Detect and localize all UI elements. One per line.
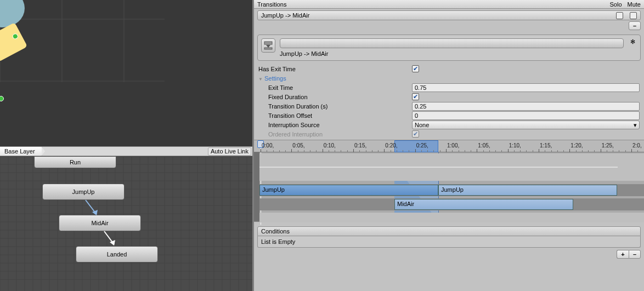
scene-preview[interactable]: [0, 0, 252, 146]
ordered-interruption-label: Ordered Interruption: [258, 131, 412, 138]
mute-checkbox[interactable]: [630, 12, 637, 19]
conditions-empty-label: List is Empty: [261, 238, 295, 245]
state-graph[interactable]: Run JumpUp MidAir Landed: [0, 156, 252, 291]
inspector-panel: Transitions Solo Mute JumpUp -> MidAir –…: [252, 0, 644, 291]
gear-icon[interactable]: ✻: [628, 38, 637, 45]
mute-label: Mute: [628, 1, 641, 8]
conditions-header: Conditions: [257, 226, 641, 236]
transition-offset-label: Transition Offset: [258, 112, 412, 119]
svg-rect-61: [264, 48, 272, 49]
transition-duration-field[interactable]: 0.25: [412, 102, 640, 111]
animator-panel: Base Layer Auto Live Link Run JumpUp Mid…: [0, 0, 252, 291]
has-exit-time-row: Has Exit Time ✔: [254, 64, 644, 73]
transition-header-box: JumpUp -> MidAir ✻: [257, 35, 641, 61]
has-exit-time-checkbox[interactable]: ✔: [412, 65, 419, 72]
clip-jumpup-2[interactable]: JumpUp: [438, 185, 617, 196]
solo-checkbox[interactable]: [616, 12, 623, 19]
timeline-gutter: [254, 152, 259, 221]
transition-duration-label: Transition Duration (s): [258, 103, 412, 110]
overview-track: [259, 153, 644, 181]
remove-condition-button[interactable]: –: [629, 250, 641, 259]
state-node-jumpup[interactable]: JumpUp: [42, 184, 125, 200]
ordered-interruption-checkbox: ✔: [412, 130, 419, 138]
transition-timeline[interactable]: 0:00,0:05,0:10,0:15,0:20,0:25,1:00,1:05,…: [254, 140, 644, 222]
conditions-body: List is Empty: [257, 236, 641, 248]
auto-live-link-button[interactable]: Auto Live Link: [208, 147, 251, 156]
interruption-source-select[interactable]: None▾: [412, 121, 640, 129]
svg-marker-56: [92, 210, 98, 215]
fixed-duration-checkbox[interactable]: ✔: [412, 93, 419, 100]
layer-bar: Base Layer Auto Live Link: [0, 146, 252, 156]
clip-jumpup-1[interactable]: JumpUp: [259, 185, 438, 196]
transition-name-field[interactable]: [280, 38, 624, 48]
fixed-duration-label: Fixed Duration: [258, 94, 412, 100]
source-track: JumpUp JumpUp: [259, 184, 644, 196]
has-exit-time-label: Has Exit Time: [258, 66, 412, 72]
svg-marker-60: [266, 45, 270, 48]
settings-foldout[interactable]: Settings: [258, 75, 286, 82]
breadcrumb-base-layer[interactable]: Base Layer: [0, 147, 42, 156]
timeline-ruler[interactable]: 0:00,0:05,0:10,0:15,0:20,0:25,1:00,1:05,…: [254, 140, 644, 152]
transition-icon: [261, 38, 275, 53]
handle-dot[interactable]: [0, 96, 4, 101]
dropdown-icon: ▾: [634, 121, 637, 129]
exit-time-label: Exit Time: [258, 84, 412, 91]
solo-label: Solo: [610, 1, 622, 8]
interruption-source-label: Interruption Source: [258, 122, 412, 128]
transition-list-item[interactable]: JumpUp -> MidAir: [257, 10, 641, 20]
transition-list-item-label: JumpUp -> MidAir: [261, 11, 309, 20]
add-condition-button[interactable]: +: [617, 250, 629, 259]
remove-transition-button[interactable]: –: [629, 21, 641, 30]
transition-offset-field[interactable]: 0: [412, 111, 640, 120]
svg-marker-58: [110, 240, 115, 246]
svg-rect-59: [264, 42, 272, 44]
footer-track: [259, 213, 644, 222]
transitions-header: Transitions Solo Mute: [254, 0, 644, 9]
transition-arrow-midair-landed[interactable]: [101, 230, 123, 249]
transition-arrow-jumpup-midair[interactable]: [82, 199, 104, 218]
transitions-title: Transitions: [257, 1, 286, 8]
state-node-run[interactable]: Run: [34, 156, 116, 168]
exit-time-field[interactable]: 0.75: [412, 83, 640, 92]
clip-midair[interactable]: MidAir: [394, 199, 573, 210]
dest-track: MidAir: [259, 198, 644, 210]
transition-label: JumpUp -> MidAir: [280, 50, 624, 57]
